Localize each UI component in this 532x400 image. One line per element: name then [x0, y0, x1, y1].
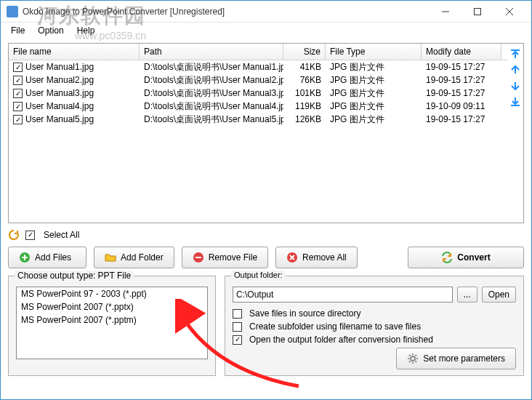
gear-icon — [407, 353, 419, 364]
app-icon — [7, 6, 18, 17]
menu-help[interactable]: Help — [71, 24, 101, 37]
menu-option[interactable]: Option — [32, 24, 69, 37]
table-row[interactable]: User Manual3.jpgD:\tools\桌面说明书\User Manu… — [9, 87, 507, 100]
window-title: Okdo Image to PowerPoint Converter [Unre… — [23, 7, 430, 17]
open-folder-button[interactable]: Open — [482, 287, 516, 303]
open-after-checkbox[interactable] — [233, 335, 242, 345]
output-path-input[interactable] — [233, 287, 453, 303]
set-more-params-button[interactable]: Set more parameters — [396, 348, 516, 369]
lower-panels: Choose output type: PPT File MS PowerPoi… — [8, 276, 524, 376]
file-table-container: File name Path Size File Type Modify dat… — [8, 43, 524, 223]
row-checkbox[interactable] — [13, 89, 23, 98]
svg-point-7 — [411, 356, 415, 361]
select-all-checkbox[interactable] — [25, 231, 35, 240]
reorder-arrows — [507, 44, 523, 223]
add-folder-button[interactable]: Add Folder — [94, 247, 174, 268]
remove-file-button[interactable]: Remove File — [182, 247, 268, 268]
move-down-icon[interactable] — [509, 80, 521, 92]
move-top-icon[interactable] — [509, 48, 521, 60]
output-folder-label: Output folder: — [231, 271, 286, 279]
folder-icon — [105, 252, 116, 263]
refresh-icon[interactable] — [8, 229, 20, 241]
table-row[interactable]: User Manual1.jpgD:\tools\桌面说明书\User Manu… — [9, 60, 507, 73]
convert-icon — [441, 252, 453, 263]
plus-icon — [19, 252, 31, 263]
col-filename[interactable]: File name — [9, 44, 140, 60]
list-item[interactable]: MS PowerPoint 2007 (*.pptm) — [17, 313, 207, 327]
table-row[interactable]: User Manual5.jpgD:\tools\桌面说明书\User Manu… — [9, 113, 507, 126]
select-all-label: Select All — [44, 230, 79, 240]
file-table[interactable]: File name Path Size File Type Modify dat… — [9, 44, 507, 223]
browse-button[interactable]: ... — [457, 287, 477, 303]
table-row[interactable]: User Manual2.jpgD:\tools\桌面说明书\User Manu… — [9, 73, 507, 87]
col-size[interactable]: Size — [283, 44, 326, 60]
col-modifydate[interactable]: Modify date — [422, 44, 501, 60]
remove-all-icon — [286, 252, 298, 263]
maximize-button[interactable] — [462, 1, 493, 22]
add-files-button[interactable]: Add Files — [8, 247, 86, 268]
list-item[interactable]: MS PowerPoint 97 - 2003 (*.ppt) — [17, 287, 207, 300]
action-button-row: Add Files Add Folder Remove File Remove … — [8, 247, 524, 268]
close-button[interactable] — [493, 1, 525, 22]
move-up-icon[interactable] — [509, 64, 521, 76]
table-header: File name Path Size File Type Modify dat… — [9, 44, 507, 60]
output-type-listbox[interactable]: MS PowerPoint 97 - 2003 (*.ppt) MS Power… — [16, 287, 208, 359]
minimize-button[interactable] — [430, 1, 462, 22]
subfolder-label: Create subfolder using filename to save … — [249, 321, 421, 332]
title-bar: Okdo Image to PowerPoint Converter [Unre… — [1, 1, 531, 23]
menu-bar: File Option Help — [1, 23, 531, 39]
col-path[interactable]: Path — [140, 44, 283, 60]
subfolder-checkbox[interactable] — [233, 322, 242, 332]
remove-all-button[interactable]: Remove All — [275, 247, 358, 268]
row-checkbox[interactable] — [13, 115, 23, 124]
output-folder-panel: Output folder: ... Open Save files in so… — [225, 276, 524, 376]
save-source-label: Save files in source directory — [249, 308, 360, 319]
convert-button[interactable]: Convert — [408, 247, 524, 268]
menu-file[interactable]: File — [5, 24, 31, 37]
output-type-panel: Choose output type: PPT File MS PowerPoi… — [8, 276, 216, 376]
svg-rect-1 — [475, 8, 481, 15]
select-all-row: Select All — [8, 229, 524, 241]
col-filetype[interactable]: File Type — [326, 44, 422, 60]
table-row[interactable]: User Manual4.jpgD:\tools\桌面说明书\User Manu… — [9, 100, 507, 113]
list-item[interactable]: MS PowerPoint 2007 (*.pptx) — [17, 300, 207, 313]
output-type-label: Choose output type: PPT File — [15, 271, 134, 281]
row-checkbox[interactable] — [13, 102, 23, 111]
move-bottom-icon[interactable] — [509, 96, 521, 108]
row-checkbox[interactable] — [13, 76, 23, 85]
row-checkbox[interactable] — [13, 63, 23, 72]
save-source-checkbox[interactable] — [233, 309, 242, 319]
minus-icon — [193, 252, 204, 263]
open-after-label: Open the output folder after conversion … — [249, 335, 433, 345]
